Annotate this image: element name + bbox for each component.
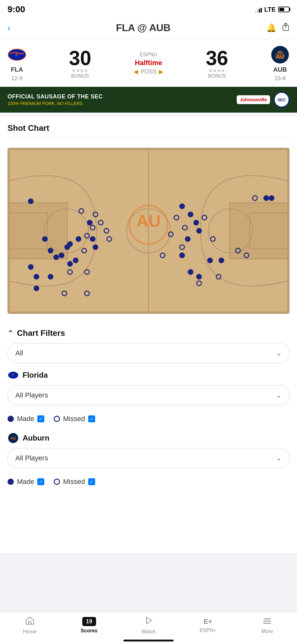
filters-title: Chart Filters: [17, 328, 65, 338]
svg-text:AU: AU: [136, 212, 160, 230]
shot-missed-dot: [93, 212, 98, 217]
auburn-filter-logo: AU: [8, 432, 19, 444]
shot-made-dot: [42, 236, 48, 242]
svg-rect-10: [9, 203, 68, 259]
svg-rect-22: [29, 622, 31, 624]
home-icon: [25, 616, 35, 627]
score-section: F FLA 12-9 30 BONUS ESPNU Halftime ◀ POS…: [0, 39, 297, 87]
auburn-filter-name: Auburn: [23, 434, 49, 442]
shot-missed-dot: [67, 269, 73, 275]
aub-name: AUB: [273, 66, 287, 73]
auburn-missed-legend: Missed ✓: [54, 478, 95, 486]
auburn-made-label: Made: [17, 478, 34, 486]
shot-made-dot: [76, 236, 81, 242]
fla-logo: F: [8, 45, 26, 64]
shot-made-dot: [34, 286, 39, 291]
shot-made-dot: [188, 212, 193, 217]
shot-made-dot: [53, 254, 59, 260]
status-bar: 9:00 LTE: [0, 0, 297, 17]
aub-bonus-dots: [209, 69, 224, 72]
auburn-made-checkbox[interactable]: ✓: [37, 478, 44, 485]
shot-missed-dot: [84, 269, 90, 275]
nav-more[interactable]: More: [251, 617, 283, 634]
florida-players-dropdown[interactable]: All Players ⌄: [8, 385, 289, 405]
battery-icon: [278, 7, 289, 12]
shot-made-dot: [93, 244, 98, 250]
espnplus-label: ESPN+: [200, 628, 216, 633]
fla-team-block: F FLA 12-9: [8, 45, 26, 82]
shot-made-dot: [263, 195, 269, 201]
florida-missed-checkbox[interactable]: ✓: [88, 415, 95, 422]
shot-made-dot: [179, 203, 185, 209]
home-label: Home: [23, 629, 36, 635]
more-icon: [263, 617, 272, 627]
score-middle: ESPNU Halftime ◀ POSS ▶: [134, 52, 163, 75]
nav-scores[interactable]: 19 Scores: [73, 617, 105, 634]
florida-filter-name: Florida: [23, 371, 48, 380]
fla-name: FLA: [11, 66, 23, 73]
florida-missed-dot: [54, 416, 60, 422]
shot-made-dot: [67, 241, 73, 247]
auburn-players-dropdown[interactable]: All Players ⌄: [8, 448, 289, 468]
fla-bonus-dots: [73, 69, 87, 72]
johnsonville-logo: Johnsonville: [237, 95, 270, 104]
shot-made-dot: [48, 248, 53, 253]
network-label: ESPNU: [140, 52, 157, 58]
filters-toggle[interactable]: ⌃ Chart Filters: [8, 323, 289, 343]
signal-bar-3: [259, 9, 260, 13]
ad-title: OFFICIAL SAUSAGE OF THE SEC: [8, 93, 103, 100]
notification-icon[interactable]: 🔔: [266, 23, 276, 33]
florida-shot-legend: Made ✓ Missed ✓: [8, 412, 289, 426]
auburn-shot-legend: Made ✓ Missed ✓: [8, 475, 289, 489]
shot-made-dot: [59, 253, 64, 258]
florida-made-label: Made: [17, 415, 34, 423]
scores-badge: 19: [82, 617, 96, 626]
auburn-players-label: All Players: [15, 454, 48, 462]
basketball-court: AU: [8, 148, 289, 314]
florida-filter-logo: F: [8, 369, 19, 381]
auburn-missed-dot: [54, 479, 60, 485]
main-content: Shot Chart: [0, 116, 297, 553]
shot-made-dot: [193, 220, 199, 225]
share-icon[interactable]: [282, 22, 289, 33]
shot-made-dot: [179, 253, 185, 258]
signal-bar-2: [257, 10, 258, 13]
nav-actions: 🔔: [266, 22, 289, 33]
shot-made-dot: [28, 198, 34, 204]
svg-text:F: F: [12, 373, 14, 377]
shot-chart-title: Shot Chart: [0, 116, 297, 138]
florida-made-legend: Made ✓: [8, 415, 44, 423]
florida-made-dot: [8, 416, 14, 422]
shot-missed-dot: [104, 228, 109, 234]
all-dropdown-chevron: ⌄: [276, 349, 282, 357]
nav-espnplus[interactable]: E+ ESPN+: [192, 618, 224, 633]
shot-missed-dot: [182, 225, 188, 230]
nav-watch[interactable]: Watch: [133, 616, 164, 635]
florida-made-checkbox[interactable]: ✓: [37, 415, 44, 422]
nav-home[interactable]: Home: [14, 616, 46, 635]
florida-filter-header: F Florida: [8, 369, 289, 381]
shot-missed-dot: [210, 236, 216, 242]
shot-made-dot: [73, 258, 78, 263]
shot-made-dot: [67, 261, 73, 267]
back-button[interactable]: ‹: [8, 23, 20, 33]
shot-made-dot: [269, 195, 274, 201]
auburn-made-dot: [8, 479, 14, 485]
shot-made-dot: [185, 236, 191, 242]
auburn-filter-section: AU Auburn All Players ⌄ Made ✓ Missed ✓: [8, 432, 289, 489]
home-indicator: [123, 640, 174, 641]
more-label: More: [262, 629, 273, 634]
auburn-filter-header: AU Auburn: [8, 432, 289, 444]
all-filter-dropdown[interactable]: All ⌄: [8, 343, 289, 363]
status-time: 9:00: [8, 4, 25, 14]
sec-logo: SEC: [274, 92, 289, 108]
shot-made-dot: [207, 258, 213, 263]
shot-missed-dot: [216, 274, 221, 280]
signal-bar-4: [261, 8, 262, 13]
shot-made-dot: [188, 269, 193, 275]
aub-record: 15-6: [274, 75, 286, 82]
shot-missed-dot: [179, 244, 185, 250]
auburn-missed-checkbox[interactable]: ✓: [88, 478, 95, 485]
watch-icon: [144, 616, 153, 627]
possession-row: ◀ POSS ▶: [134, 68, 163, 75]
